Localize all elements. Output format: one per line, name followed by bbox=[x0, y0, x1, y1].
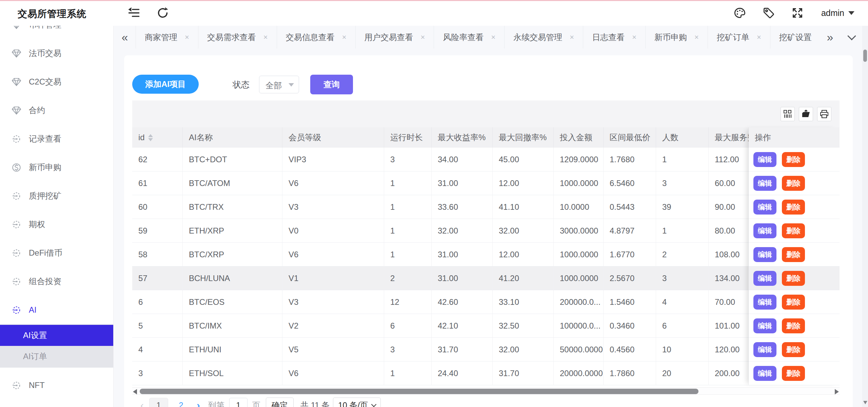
tab-close-icon[interactable]: × bbox=[185, 33, 189, 42]
column-settings-button[interactable] bbox=[781, 107, 795, 121]
edit-button[interactable]: 编辑 bbox=[753, 152, 776, 167]
add-ai-project-button[interactable]: 添加AI项目 bbox=[132, 75, 199, 94]
sidebar-subitem-AI设置[interactable]: AI设置 bbox=[0, 325, 113, 346]
export-button[interactable] bbox=[799, 107, 813, 121]
actions-cell: 编辑删除 bbox=[749, 243, 840, 266]
delete-button[interactable]: 删除 bbox=[782, 200, 805, 215]
query-button[interactable]: 查询 bbox=[310, 75, 353, 94]
cell-会员等级: V6 bbox=[282, 171, 384, 195]
cell-人数: 10 bbox=[656, 338, 709, 361]
edit-button[interactable]: 编辑 bbox=[753, 342, 776, 357]
table-row: 5BTC/IMXV2642.1032.50100000.0...0.346061… bbox=[132, 314, 840, 338]
sidebar-item-AI[interactable]: AI bbox=[0, 296, 113, 324]
edit-button[interactable]: 编辑 bbox=[753, 366, 776, 381]
tab-永续交易管理[interactable]: 永续交易管理× bbox=[504, 26, 583, 49]
collapse-sidebar-icon[interactable] bbox=[128, 7, 140, 19]
edit-button[interactable]: 编辑 bbox=[753, 295, 776, 310]
jump-page-input[interactable] bbox=[229, 398, 248, 407]
edit-button[interactable]: 编辑 bbox=[753, 200, 776, 215]
tab-商家管理[interactable]: 商家管理× bbox=[136, 26, 198, 49]
theme-palette-icon[interactable] bbox=[734, 7, 746, 19]
tab-挖矿设置[interactable]: 挖矿设置× bbox=[770, 26, 819, 49]
tab-label: 挖矿设置 bbox=[779, 32, 812, 43]
sidebar-item-法币交易[interactable]: 法币交易 bbox=[0, 39, 113, 68]
edit-button[interactable]: 编辑 bbox=[753, 247, 776, 262]
pager-prev-button[interactable]: ‹ bbox=[140, 400, 144, 407]
column-header-id[interactable]: id bbox=[132, 127, 183, 148]
tab-风险率查看[interactable]: 风险率查看× bbox=[434, 26, 504, 49]
delete-button[interactable]: 删除 bbox=[782, 342, 805, 357]
tab-close-icon[interactable]: × bbox=[342, 33, 347, 42]
page-size-select[interactable]: 10 条/页 bbox=[333, 397, 381, 407]
tab-close-icon[interactable]: × bbox=[632, 33, 636, 42]
edit-button[interactable]: 编辑 bbox=[753, 223, 776, 238]
delete-button[interactable]: 删除 bbox=[782, 318, 805, 333]
sort-icon[interactable] bbox=[148, 134, 153, 141]
delete-button[interactable]: 删除 bbox=[782, 176, 805, 191]
cell-最大收益率%: 42.60 bbox=[432, 290, 493, 314]
delete-button[interactable]: 删除 bbox=[782, 295, 805, 310]
tabs-scroll-left-button[interactable]: « bbox=[114, 26, 136, 49]
edit-button[interactable]: 编辑 bbox=[753, 318, 776, 333]
tab-close-icon[interactable]: × bbox=[263, 33, 268, 42]
delete-button[interactable]: 删除 bbox=[782, 152, 805, 167]
sidebar-item-币种管理[interactable]: 币种管理 bbox=[0, 26, 113, 39]
sidebar-item-记录查看[interactable]: 记录查看 bbox=[0, 125, 113, 153]
sidebar-item-质押挖矿[interactable]: 质押挖矿 bbox=[0, 182, 113, 210]
horizontal-scrollbar-thumb[interactable] bbox=[140, 389, 698, 394]
tab-用户交易查看[interactable]: 用户交易查看× bbox=[355, 26, 434, 49]
cell-运行时长: 6 bbox=[384, 314, 432, 337]
delete-button[interactable]: 删除 bbox=[782, 247, 805, 262]
cell-id: 59 bbox=[132, 219, 183, 242]
sidebar-item-期权[interactable]: 期权 bbox=[0, 210, 113, 239]
sidebar-item-DeFi借币[interactable]: DeFi借币 bbox=[0, 239, 113, 267]
user-menu[interactable]: admin bbox=[821, 6, 854, 20]
sidebar-item-新币申购[interactable]: 新币申购 bbox=[0, 153, 113, 182]
pager-page-1[interactable]: 1 bbox=[149, 398, 168, 407]
tab-交易信息查看[interactable]: 交易信息查看× bbox=[277, 26, 355, 49]
edit-button[interactable]: 编辑 bbox=[753, 176, 776, 191]
cell-投入金额: 50000.0000 bbox=[554, 338, 604, 361]
cell-最大收益率%: 31.00 bbox=[432, 243, 493, 266]
cell-投入金额: 20000.0000 bbox=[554, 362, 604, 385]
edit-button[interactable]: 编辑 bbox=[753, 271, 776, 286]
tab-交易需求查看[interactable]: 交易需求查看× bbox=[198, 26, 277, 49]
vertical-scrollbar-thumb[interactable] bbox=[863, 50, 867, 62]
sidebar-item-NFT[interactable]: NFT bbox=[0, 371, 113, 400]
tab-新币申购[interactable]: 新币申购× bbox=[645, 26, 708, 49]
tab-close-icon[interactable]: × bbox=[570, 33, 574, 42]
cell-最大收益率%: 24.40 bbox=[432, 362, 493, 385]
pager-next-button[interactable]: › bbox=[197, 400, 200, 407]
pager-page-2[interactable]: 2 bbox=[172, 398, 191, 407]
tab-日志查看[interactable]: 日志查看× bbox=[583, 26, 645, 49]
sidebar-item-组合投资[interactable]: 组合投资 bbox=[0, 267, 113, 296]
delete-button[interactable]: 删除 bbox=[782, 366, 805, 381]
delete-button[interactable]: 删除 bbox=[782, 271, 805, 286]
tabs-dropdown-button[interactable] bbox=[841, 26, 863, 49]
scroll-left-arrow-icon[interactable] bbox=[133, 389, 137, 394]
fullscreen-icon[interactable] bbox=[791, 7, 804, 19]
tab-挖矿订单[interactable]: 挖矿订单× bbox=[708, 26, 770, 49]
sidebar-item-C2C交易[interactable]: C2C交易 bbox=[0, 68, 113, 96]
jump-confirm-button[interactable]: 确定 bbox=[266, 397, 294, 407]
status-select[interactable]: 全部 bbox=[259, 76, 299, 93]
tag-icon[interactable] bbox=[763, 7, 775, 19]
delete-button[interactable]: 删除 bbox=[782, 223, 805, 238]
sidebar-item-合约[interactable]: 合约 bbox=[0, 96, 113, 125]
cell-运行时长: 3 bbox=[384, 148, 432, 171]
tab-close-icon[interactable]: × bbox=[421, 33, 425, 42]
table-header-row: idAI名称会员等级运行时长最大收益率%最大回撤率%投入金额区间最低价人数最大服… bbox=[132, 127, 840, 148]
cell-运行时长: 1 bbox=[384, 219, 432, 242]
cell-id: 5 bbox=[132, 314, 183, 337]
tab-close-icon[interactable]: × bbox=[491, 33, 495, 42]
print-button[interactable] bbox=[817, 107, 831, 121]
tab-close-icon[interactable]: × bbox=[757, 33, 761, 42]
horizontal-scrollbar[interactable] bbox=[132, 387, 840, 395]
vertical-scrollbar[interactable] bbox=[862, 26, 868, 407]
refresh-icon[interactable] bbox=[157, 7, 169, 19]
scroll-right-arrow-icon[interactable] bbox=[835, 389, 839, 394]
column-header-人数: 人数 bbox=[656, 127, 709, 148]
tabs-scroll-right-button[interactable]: » bbox=[819, 26, 841, 49]
sidebar-subitem-AI订单[interactable]: AI订单 bbox=[0, 346, 113, 367]
tab-close-icon[interactable]: × bbox=[694, 33, 699, 42]
